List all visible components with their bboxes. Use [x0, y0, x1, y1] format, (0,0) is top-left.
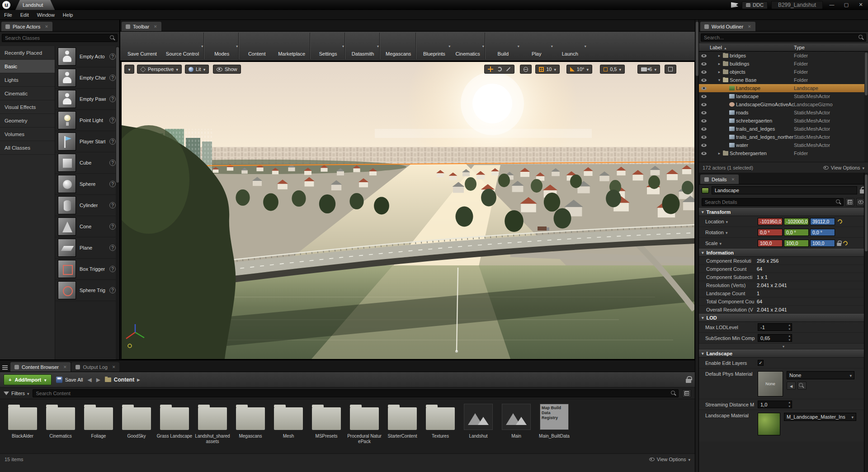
chevron-down-icon[interactable]	[236, 44, 238, 48]
unreal-logo-icon[interactable]: u	[2, 1, 10, 9]
rotation-x-field[interactable]: 0,0 °	[758, 229, 783, 236]
outliner-row[interactable]: ▸ Schrebergaerten Folder	[699, 149, 868, 157]
move-tool-icon[interactable]	[488, 66, 493, 72]
help-icon[interactable]	[109, 245, 116, 251]
chevron-down-icon[interactable]	[518, 44, 519, 48]
visibility-toggle[interactable]	[699, 127, 709, 131]
feedback-flag-icon[interactable]	[731, 2, 738, 8]
subsection-min-field[interactable]: 0,65	[758, 334, 792, 342]
section-landscape[interactable]: Landscape	[699, 349, 868, 358]
actor-thumbnail[interactable]	[58, 154, 76, 172]
landscape-material-combo[interactable]: M_Landscape_Master_Ins	[784, 413, 856, 421]
toolbar-button[interactable]: Megascans	[381, 33, 416, 60]
reset-to-default-icon[interactable]	[842, 240, 849, 246]
location-x-field[interactable]: -101950,0	[758, 218, 783, 225]
menu-item[interactable]: File	[0, 10, 16, 20]
content-folder[interactable]: Foliage	[80, 404, 118, 444]
place-actor-item[interactable]: Cylinder	[55, 195, 119, 216]
menu-item[interactable]: Edit	[16, 10, 33, 20]
actor-thumbnail[interactable]	[58, 69, 76, 87]
property-matrix-button[interactable]	[845, 198, 854, 206]
minimize-button[interactable]	[826, 1, 837, 9]
outliner-search-input[interactable]	[701, 34, 858, 41]
chevron-down-icon[interactable]	[201, 44, 203, 48]
category-item[interactable]: Cinematic	[0, 87, 55, 100]
content-folder[interactable]: Textures	[421, 404, 459, 444]
chevron-down-icon[interactable]	[551, 44, 553, 48]
scale-snap-button[interactable]: 0,5	[600, 65, 625, 74]
place-actor-item[interactable]: Empty Acto	[55, 46, 119, 67]
outliner-row[interactable]: LandscapeGizmoActiveActor LandscapeGizmo	[699, 100, 868, 109]
lit-mode-button[interactable]: Lit	[185, 65, 209, 74]
show-advanced-expander[interactable]	[699, 344, 868, 349]
max-lod-field[interactable]: -1	[758, 323, 792, 331]
outliner-search[interactable]	[701, 33, 866, 42]
help-icon[interactable]	[109, 117, 116, 123]
show-flags-button[interactable]: Show	[213, 65, 241, 74]
expand-arrow-icon[interactable]: ▸	[717, 151, 722, 156]
location-z-field[interactable]: 39112,0	[810, 218, 835, 225]
outliner-row[interactable]: roads StaticMeshActor	[699, 109, 868, 117]
help-icon[interactable]	[109, 53, 116, 60]
rotation-snap-button[interactable]: 10°	[566, 65, 592, 74]
toolbar-button[interactable]: Blueprints	[417, 33, 451, 60]
content-folder[interactable]: Grass Landscape	[156, 404, 193, 444]
section-information[interactable]: Information	[699, 249, 868, 257]
chevron-down-icon[interactable]	[342, 44, 344, 48]
layout-menu-icon[interactable]	[2, 365, 8, 370]
toolbar-button[interactable]: Build	[486, 33, 520, 60]
tab-toolbar[interactable]: Toolbar	[122, 22, 161, 31]
close-button[interactable]	[855, 1, 866, 9]
outliner-row[interactable]: water StaticMeshActor	[699, 141, 868, 149]
scale-label[interactable]: Scale	[705, 241, 718, 246]
visibility-toggle[interactable]	[699, 136, 709, 139]
window-tab[interactable]: Landshut	[15, 0, 55, 10]
browse-to-asset-button[interactable]	[797, 382, 807, 390]
content-folder[interactable]: StarterContent	[383, 404, 421, 444]
outliner-scrollbar[interactable]	[864, 52, 868, 162]
outliner-row[interactable]: landscape StaticMeshActor	[699, 92, 868, 100]
camera-speed-button[interactable]: 6	[637, 65, 660, 74]
actor-thumbnail[interactable]	[58, 217, 76, 236]
search-classes-input[interactable]	[2, 34, 109, 42]
outliner-row[interactable]: ▾ Scene Base Folder	[699, 76, 868, 84]
place-actor-item[interactable]: Empty Pawn	[55, 89, 119, 110]
actor-thumbnail[interactable]	[58, 239, 76, 257]
location-label[interactable]: Location	[705, 219, 724, 224]
landscape-material-thumbnail[interactable]	[758, 413, 780, 435]
content-folder[interactable]: MSPresets	[307, 404, 345, 444]
actor-thumbnail[interactable]	[58, 90, 76, 108]
scale-z-field[interactable]: 100,0	[810, 240, 835, 247]
visibility-toggle[interactable]	[699, 54, 709, 57]
visibility-toggle[interactable]	[699, 71, 709, 74]
outliner-view-options[interactable]: View Options	[823, 165, 864, 170]
help-icon[interactable]	[109, 138, 116, 145]
section-lod[interactable]: LOD	[699, 314, 868, 322]
category-item[interactable]: Volumes	[0, 127, 55, 141]
scale-tool-icon[interactable]	[506, 67, 510, 71]
help-icon[interactable]	[109, 223, 116, 230]
toolbar-button[interactable]: Save Current	[123, 33, 161, 60]
close-icon[interactable]	[748, 24, 751, 29]
menu-item[interactable]: Window	[33, 10, 59, 20]
visibility-toggle[interactable]	[699, 95, 709, 98]
enable-edit-layers-checkbox[interactable]	[758, 360, 764, 366]
tab-details[interactable]: Details	[700, 175, 739, 184]
help-icon[interactable]	[109, 266, 116, 272]
content-asset[interactable]: Map Build Data Registry Main_BuiltData	[535, 404, 573, 439]
location-y-field[interactable]: -102000,0	[784, 218, 809, 225]
close-icon[interactable]	[154, 24, 157, 29]
category-item[interactable]: All Classes	[0, 141, 55, 155]
content-search-input[interactable]	[33, 390, 670, 397]
maximize-button[interactable]	[841, 1, 852, 9]
rotation-label[interactable]: Rotation	[705, 230, 724, 235]
main-scrollbar[interactable]	[695, 20, 699, 472]
outliner-row[interactable]: trails_and_ledges_northern_add StaticMes…	[699, 133, 868, 141]
visibility-toggle[interactable]	[699, 103, 709, 106]
settings-button[interactable]	[682, 389, 691, 397]
content-asset[interactable]: Landshut	[459, 404, 497, 439]
help-icon[interactable]	[109, 287, 116, 293]
content-folder[interactable]: Landshut_sharedassets	[193, 404, 231, 444]
visibility-toggle[interactable]	[699, 87, 709, 90]
outliner-row[interactable]: trails_and_ledges StaticMeshActor	[699, 125, 868, 133]
